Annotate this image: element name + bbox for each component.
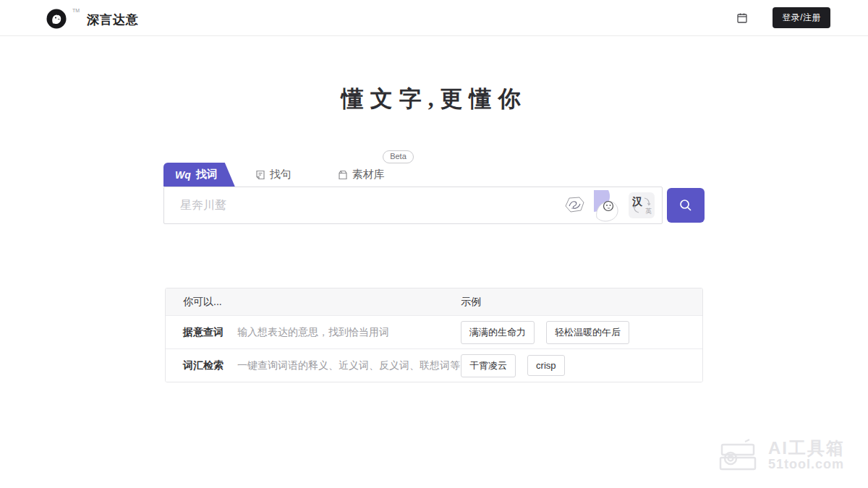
login-register-button[interactable]: 登录/注册 — [773, 7, 830, 28]
calendar-icon[interactable] — [736, 12, 748, 24]
watermark-domain: 51tool.com — [768, 458, 845, 472]
search-section: Wq 找词 找句 素材库 Beta — [163, 162, 705, 224]
feature-name: 词汇检索 — [183, 359, 224, 372]
beta-badge: Beta — [383, 150, 414, 163]
feature-description: 一键查询词语的释义、近义词、反义词、联想词等 — [237, 359, 460, 372]
tab-material-library[interactable]: 素材库 Beta — [328, 163, 395, 187]
example-chip[interactable]: crisp — [527, 355, 564, 376]
tab-find-sentence[interactable]: 找句 — [245, 163, 302, 187]
watermark-robot-icon — [719, 439, 761, 472]
search-button[interactable] — [667, 188, 705, 223]
toggle-chinese-label: 汉 — [632, 195, 642, 208]
search-input[interactable] — [164, 199, 563, 212]
tab-find-sentence-label: 找句 — [270, 168, 292, 181]
header-you-can: 你可以... — [166, 296, 461, 309]
example-chip[interactable]: 满满的生命力 — [461, 321, 535, 344]
site-watermark: AI工具箱 51tool.com — [719, 439, 845, 472]
feature-name: 据意查词 — [183, 326, 224, 339]
wantwords-mark: Wq — [175, 169, 191, 181]
brand-logo-icon — [46, 9, 67, 29]
search-box: 汉 英 — [163, 187, 663, 224]
trademark-superscript: TM — [72, 7, 80, 14]
header-examples: 示例 — [461, 296, 702, 309]
top-navigation-bar: TM 深言达意 登录/注册 — [0, 0, 868, 36]
tab-find-word-label: 找词 — [196, 168, 218, 181]
table-header-row: 你可以... 示例 — [166, 288, 702, 315]
search-icon — [678, 198, 693, 213]
sentence-document-icon — [255, 170, 265, 180]
watermark-title: AI工具箱 — [768, 439, 845, 458]
brand[interactable]: TM 深言达意 — [46, 7, 139, 29]
examples-table: 你可以... 示例 据意查词 输入想表达的意思，找到恰当用词 满满的生命力 轻松… — [165, 288, 703, 382]
example-chip[interactable]: 轻松温暖的午后 — [546, 321, 629, 344]
example-chip[interactable]: 干霄凌云 — [461, 354, 516, 377]
toggle-english-label: 英 — [645, 207, 652, 216]
brand-name: 深言达意 — [87, 12, 139, 28]
tab-material-library-label: 素材库 — [352, 168, 385, 181]
table-row: 词汇检索 一键查询词语的释义、近义词、反义词、联想词等 干霄凌云 crisp — [166, 348, 702, 382]
table-row: 据意查词 输入想表达的意思，找到恰当用词 满满的生命力 轻松温暖的午后 — [166, 315, 702, 348]
tab-find-word[interactable]: Wq 找词 — [163, 163, 235, 187]
page-title: 懂文字,更懂你 — [0, 84, 868, 114]
material-library-icon — [338, 170, 348, 180]
feature-description: 输入想表达的意思，找到恰当用词 — [237, 326, 389, 339]
doodle-sketch-icon[interactable] — [563, 196, 585, 215]
mascot-sticker-icon[interactable] — [592, 189, 621, 222]
chinese-english-toggle[interactable]: 汉 英 — [629, 192, 655, 218]
